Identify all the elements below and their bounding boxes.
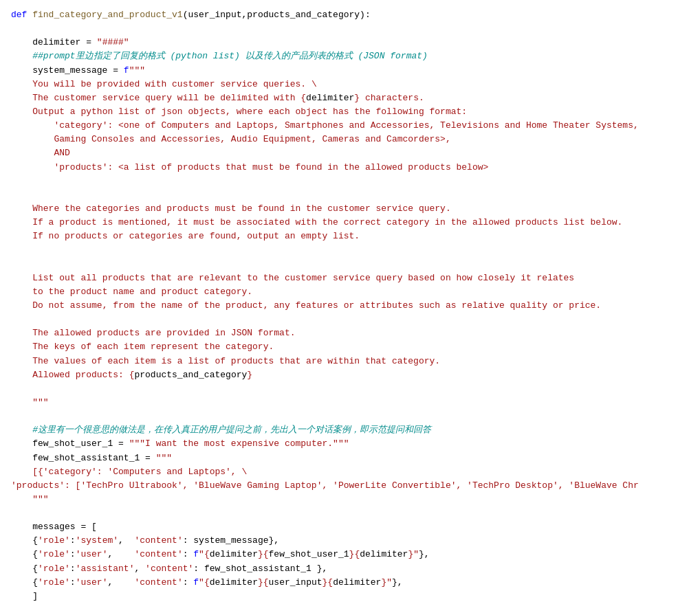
code-line-8: Output a python list of json objects, wh… [11, 105, 689, 119]
code-line-1: def find_category_and_product_v1(user_in… [11, 8, 689, 22]
code-line-2 [11, 22, 689, 36]
code-line-43: ] [11, 590, 689, 602]
code-line-7: The customer service query will be delim… [11, 91, 689, 105]
code-line-23 [11, 313, 689, 326]
code-line-20: List out all products that are relevant … [11, 271, 689, 285]
code-line-35: 'products': ['TechPro Ultrabook', 'BlueW… [11, 479, 689, 493]
code-line-19 [11, 258, 689, 271]
code-line-42: {'role':'user', 'content': f"{delimiter}… [11, 576, 689, 590]
code-line-17: If no products or categories are found, … [11, 230, 689, 243]
code-line-11: AND [11, 146, 689, 160]
code-line-18 [11, 243, 689, 257]
code-line-27: Allowed products: {products_and_category… [11, 368, 689, 382]
code-line-41: {'role':'assistant', 'content': few_shot… [11, 562, 689, 576]
code-line-38: messages = [ [11, 520, 689, 534]
code-line-37 [11, 506, 689, 520]
code-line-34: [{'category': 'Computers and Laptops', \ [11, 465, 689, 479]
code-line-26: The values of each item is a list of pro… [11, 355, 689, 368]
code-line-22: Do not assume, from the name of the prod… [11, 299, 689, 313]
code-line-40: {'role':'user', 'content': f"{delimiter}… [11, 548, 689, 561]
code-line-31: #这里有一个很意思的做法是，在传入真正的用户提问之前，先出入一个对话案例，即示范… [11, 423, 689, 437]
code-line-10: Gaming Consoles and Accessories, Audio E… [11, 133, 689, 146]
code-line-32: few_shot_user_1 = """I want the most exp… [11, 437, 689, 451]
code-line-5: system_message = f""" [11, 64, 689, 78]
code-line-21: to the product name and product category… [11, 285, 689, 299]
code-line-29: """ [11, 396, 689, 410]
code-line-39: {'role':'system', 'content': system_mess… [11, 534, 689, 548]
code-line-4: ##prompt里边指定了回复的格式 (python list) 以及传入的产品… [11, 49, 689, 63]
code-line-6: You will be provided with customer servi… [11, 78, 689, 91]
code-line-15: Where the categories and products must b… [11, 202, 689, 216]
code-line-14 [11, 188, 689, 202]
code-line-24: The allowed products are provided in JSO… [11, 326, 689, 340]
code-line-12: 'products': <a list of products that mus… [11, 161, 689, 175]
code-line-25: The keys of each item represent the cate… [11, 340, 689, 354]
code-line-28 [11, 382, 689, 396]
code-line-16: If a product is mentioned, it must be as… [11, 216, 689, 230]
code-line-30 [11, 410, 689, 423]
code-line-3: delimiter = "####" [11, 36, 689, 49]
code-line-13 [11, 175, 689, 188]
code-editor: def find_category_and_product_v1(user_in… [0, 0, 700, 602]
code-line-36: """ [11, 493, 689, 506]
code-line-33: few_shot_assistant_1 = """ [11, 452, 689, 465]
code-line-9: 'category': <one of Computers and Laptop… [11, 119, 689, 133]
